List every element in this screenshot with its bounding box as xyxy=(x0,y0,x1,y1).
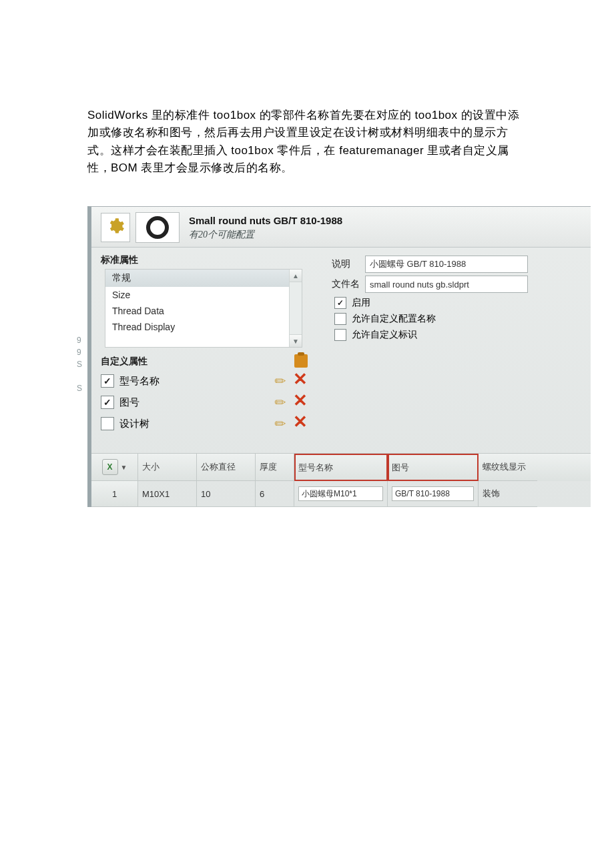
attr-label: 型号名称 xyxy=(119,375,173,388)
standard-attrs-list[interactable]: 常规 Size Thread Data Thread Display ▲ ▼ xyxy=(105,269,302,348)
cell-thread-display[interactable]: 装饰 xyxy=(479,481,537,507)
edit-icon[interactable]: ✎ xyxy=(271,414,290,434)
th-size: 大小 xyxy=(138,454,197,481)
custom-attrs-label: 自定义属性 xyxy=(97,352,151,370)
gear-icon xyxy=(101,213,130,242)
part-thumbnail xyxy=(135,212,180,243)
table-header-row: X ▼ 大小 公称直径 厚度 型号名称 图号 螺纹线显示 xyxy=(91,454,591,481)
list-item-general[interactable]: 常规 xyxy=(105,270,302,287)
scroll-down-icon[interactable]: ▼ xyxy=(290,334,302,347)
chevron-down-icon[interactable]: ▼ xyxy=(121,464,127,471)
cell-drawing-no-input[interactable]: GB/T 810-1988 xyxy=(392,486,474,501)
clipboard-icon[interactable] xyxy=(294,354,308,368)
th-thickness: 厚度 xyxy=(256,454,294,481)
cell-size[interactable]: M10X1 xyxy=(138,481,197,507)
standard-attrs-label: 标准属性 xyxy=(97,250,328,269)
attr-row-design-tree: 设计树 ✎ ✕ xyxy=(97,413,328,434)
row-number: 1 xyxy=(91,481,138,507)
allow-flag-checkbox[interactable] xyxy=(334,329,346,341)
panel-header: Small round nuts GB/T 810-1988 有20个可能配置 xyxy=(91,207,591,248)
th-drawing-no: 图号 xyxy=(388,454,479,481)
filename-input[interactable]: small round nuts gb.sldprt xyxy=(365,276,528,293)
list-item-size[interactable]: Size xyxy=(105,287,302,303)
checkbox-design-tree[interactable] xyxy=(101,417,114,430)
panel-title: Small round nuts GB/T 810-1988 xyxy=(189,215,342,226)
nut-icon xyxy=(146,216,169,239)
th-thread-display: 螺纹线显示 xyxy=(479,454,537,481)
th-model-name: 型号名称 xyxy=(294,454,388,481)
list-item-thread-display[interactable]: Thread Display xyxy=(105,319,302,335)
checkbox-model-name[interactable]: ✓ xyxy=(101,374,114,388)
gutter-text: 9 9 S S xyxy=(77,334,82,394)
delete-icon[interactable]: ✕ xyxy=(293,373,308,389)
attr-row-drawing-no: ✓ 图号 ✎ ✕ xyxy=(97,392,328,413)
cell-model-name-input[interactable]: 小圆螺母M10*1 xyxy=(298,486,383,501)
description-input[interactable]: 小圆螺母 GB/T 810-1988 xyxy=(365,256,528,273)
excel-icon: X xyxy=(102,459,118,475)
enable-checkbox[interactable]: ✓ xyxy=(334,297,346,309)
delete-icon[interactable]: ✕ xyxy=(293,394,308,410)
th-diameter: 公称直径 xyxy=(197,454,256,481)
edit-icon[interactable]: ✎ xyxy=(271,393,290,412)
edit-icon[interactable]: ✎ xyxy=(271,372,290,391)
list-item-thread-data[interactable]: Thread Data xyxy=(105,303,302,319)
checkbox-drawing-no[interactable]: ✓ xyxy=(101,396,114,409)
document-body-text: SolidWorks 里的标准件 too1box 的零部件名称首先要在对应的 t… xyxy=(87,107,527,177)
allow-cfg-name-label: 允许自定义配置名称 xyxy=(352,313,436,325)
attr-label: 图号 xyxy=(119,396,173,409)
delete-icon[interactable]: ✕ xyxy=(293,416,308,432)
toolbox-settings-panel: Small round nuts GB/T 810-1988 有20个可能配置 … xyxy=(87,206,591,507)
attr-label: 设计树 xyxy=(119,418,173,430)
panel-subtitle: 有20个可能配置 xyxy=(189,229,342,241)
scroll-up-icon[interactable]: ▲ xyxy=(290,270,302,282)
cell-drawing-no[interactable]: GB/T 810-1988 xyxy=(388,481,479,507)
description-label: 说明 xyxy=(332,258,361,270)
cell-model-name[interactable]: 小圆螺母M10*1 xyxy=(294,481,388,507)
allow-cfg-name-checkbox[interactable] xyxy=(334,313,346,325)
cell-thickness[interactable]: 6 xyxy=(256,481,294,507)
allow-flag-label: 允许自定义标识 xyxy=(352,329,417,341)
sizes-table: X ▼ 大小 公称直径 厚度 型号名称 图号 螺纹线显示 1 M10X1 10 … xyxy=(91,453,591,507)
enable-label: 启用 xyxy=(352,297,370,309)
cell-diameter[interactable]: 10 xyxy=(197,481,256,507)
attr-row-model-name: ✓ 型号名称 ✎ ✕ xyxy=(97,370,328,392)
table-row[interactable]: 1 M10X1 10 6 小圆螺母M10*1 GB/T 810-1988 装饰 xyxy=(91,481,591,507)
filename-label: 文件名 xyxy=(332,278,361,290)
excel-export-button[interactable]: X ▼ xyxy=(91,454,138,481)
list-scrollbar[interactable]: ▲ ▼ xyxy=(289,270,302,347)
